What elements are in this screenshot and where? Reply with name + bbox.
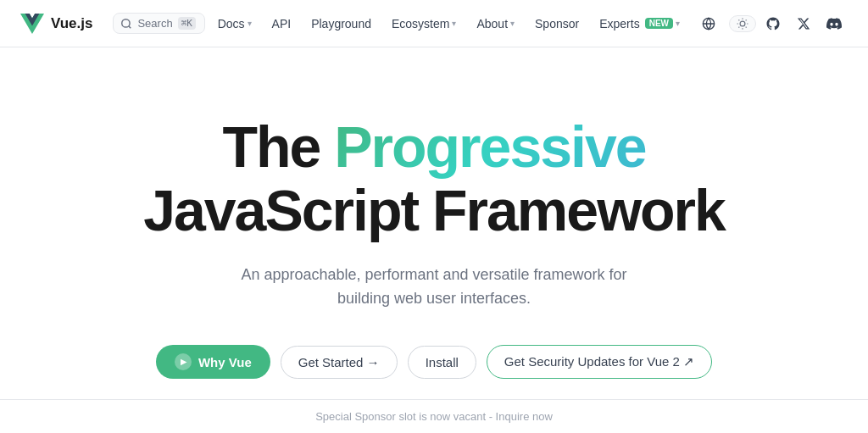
translate-button[interactable] [695,10,722,37]
hero-section: The Progressive JavaScript Framework An … [0,47,868,430]
theme-toggle-button[interactable] [729,15,756,32]
play-icon: ▶ [175,353,192,370]
search-button[interactable]: Search ⌘K [113,13,204,34]
nav-playground[interactable]: Playground [303,13,380,35]
x-icon [797,17,810,31]
hero-title-part2: JavaScript Framework [143,178,725,242]
experts-badge: NEW [645,18,673,29]
twitter-x-button[interactable] [790,10,817,37]
svg-line-8 [738,26,739,27]
nav-icon-group [695,10,848,37]
sponsor-banner-text: Special Sponsor slot is now vacant - Inq… [315,410,553,423]
nav-experts[interactable]: Experts NEW ▾ [591,13,688,35]
chevron-down-icon: ▾ [248,19,252,28]
svg-line-9 [746,19,747,20]
svg-line-5 [746,26,747,27]
security-updates-button[interactable]: Get Security Updates for Vue 2 ↗ [487,345,712,379]
chevron-down-icon: ▾ [676,19,680,28]
chevron-down-icon: ▾ [510,19,515,28]
search-kbd: ⌘K [178,17,196,30]
nav-ecosystem[interactable]: Ecosystem ▾ [383,13,465,35]
github-icon [765,16,781,31]
search-icon [120,18,132,30]
hero-buttons: ▶ Why Vue Get Started → Install Get Secu… [156,345,712,379]
why-vue-button[interactable]: ▶ Why Vue [156,345,270,379]
sun-icon [737,18,748,30]
svg-point-0 [122,19,130,26]
svg-point-1 [740,21,745,26]
nav-sponsor[interactable]: Sponsor [526,13,587,35]
nav-docs[interactable]: Docs ▾ [209,13,260,35]
navbar: Vue.js Search ⌘K Docs ▾ API Playground E… [0,0,868,47]
github-button[interactable] [760,10,787,37]
discord-icon [826,16,842,31]
sponsor-banner[interactable]: Special Sponsor slot is now vacant - Inq… [0,399,868,433]
hero-title-part1: The [222,114,334,179]
discord-button[interactable] [821,10,848,37]
get-started-button[interactable]: Get Started → [281,346,398,379]
logo-link[interactable]: Vue.js [20,12,92,36]
vue-logo-icon [20,12,44,36]
hero-title: The Progressive JavaScript Framework [143,115,725,242]
hero-title-gradient: Progressive [334,114,645,179]
nav-about[interactable]: About ▾ [468,13,523,35]
nav-api[interactable]: API [264,13,300,35]
nav-links: Docs ▾ API Playground Ecosystem ▾ About … [209,13,688,35]
chevron-down-icon: ▾ [452,19,456,28]
search-label: Search [137,17,172,30]
install-button[interactable]: Install [408,346,476,379]
svg-line-4 [738,19,739,20]
logo-text: Vue.js [51,15,92,32]
hero-subtitle: An approachable, performant and versatil… [214,263,654,312]
